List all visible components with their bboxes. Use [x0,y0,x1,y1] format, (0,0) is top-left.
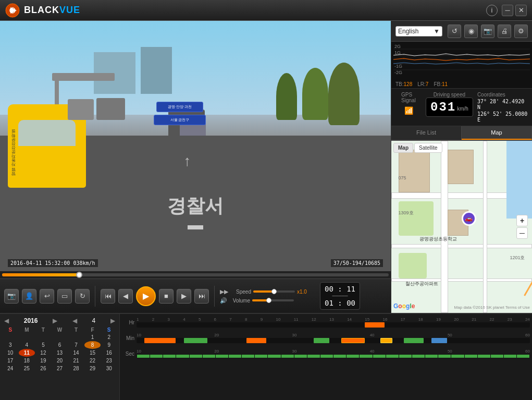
video-background: 경찰서 ↑ 방범 자동차운전전문학원 광명·안양·과천 서울 금천구 2016-… [0,21,391,271]
calendar-year: 2016 [24,317,38,324]
calendar-day[interactable]: 12 [35,349,52,357]
logo-area: BLACKVUE [5,3,80,18]
calendar-day[interactable]: 25 [19,365,35,372]
longitude-value: 126° 52' 25.0080 E [477,111,528,123]
video-timestamp: 2016-04-11 15:32:00 038km/h [8,259,98,267]
progress-thumb[interactable] [76,272,82,278]
close-button[interactable]: ✕ [515,5,527,16]
rotate-button[interactable]: ↻ [75,289,90,304]
prev-frame-button[interactable]: ◀ [118,289,133,304]
calendar-day[interactable]: 26 [35,365,52,372]
language-selector[interactable]: English ▼ [395,26,442,37]
dropdown-arrow: ▼ [434,28,440,35]
calendar-day[interactable]: 27 [52,365,68,372]
print-icon[interactable]: 🖨 [498,25,511,38]
progress-bar-container[interactable] [0,271,391,278]
min-bar[interactable] [137,338,530,343]
calendar-day[interactable]: 13 [52,349,68,357]
minimize-button[interactable]: ─ [502,5,513,16]
fb-label: FB:11 [434,81,448,87]
calendar-day[interactable]: 21 [68,357,84,365]
info-button[interactable]: i [486,5,498,16]
speed-slider[interactable] [253,290,295,293]
map-background: 🚗 광명광성초등학교 철산주공아파트 075 1309호 1201호 Map S… [391,141,532,313]
calendar-month: 4 [92,317,96,324]
bottom-panel: ◀ 2016 ▶ ◀ 4 ▶ S M T W T F S 12345678910… [0,313,532,400]
zoom-out-button[interactable]: ─ [516,227,528,239]
record-icon[interactable]: ◉ [464,25,478,38]
lr-label: LR:7 [417,81,428,87]
speed-value: x1.0 [297,289,313,295]
calendar-day[interactable]: 8 [84,341,101,349]
cal-prev-month[interactable]: ◀ [72,317,77,324]
calendar-day[interactable]: 11 [19,349,35,357]
snapshot-button[interactable]: 👤 [22,289,36,304]
settings-icon[interactable]: ⚙ [514,25,528,38]
sec-label: Sec [122,351,137,357]
cal-next-year[interactable]: ▶ [53,317,57,324]
graph-label-2g: 2G [394,44,401,49]
sub-tab-satellite[interactable]: Satellite [414,143,442,153]
cal-prev-year[interactable]: ◀ [4,317,9,324]
cal-next-month[interactable]: ▶ [110,317,115,324]
calendar-day[interactable]: 6 [52,341,68,349]
calendar-day[interactable]: 15 [84,349,101,357]
calendar-day[interactable]: 18 [19,357,35,365]
calendar-day[interactable]: 1 [84,333,101,341]
next-frame-button[interactable]: ▶ [177,289,191,304]
calendar-day[interactable]: 16 [101,349,117,357]
skip-back-button[interactable]: ⏮ [101,289,115,304]
sec-bar[interactable] [137,354,530,358]
cal-header-mon: M [19,326,35,333]
map-zoom-controls: + ─ [516,215,528,239]
calendar-day[interactable]: 30 [101,365,117,372]
controls-bar: 📷 👤 ↩ ▭ ↻ ⏮ ◀ ▶ ■ ▶ ⏭ ▶▶ Speed [0,278,391,313]
speed-unit: km/h [457,106,468,112]
calendar-day[interactable]: 20 [52,357,68,365]
volume-slider[interactable] [252,299,294,301]
stop-button[interactable]: ■ [159,289,174,304]
calendar-day[interactable]: 5 [35,341,52,349]
map-container[interactable]: 🚗 광명광성초등학교 철산주공아파트 075 1309호 1201호 Map S… [391,141,532,313]
progress-fill [2,273,79,276]
hr-label: Hr [122,320,137,325]
calendar-day[interactable]: 28 [68,365,84,372]
skip-forward-button[interactable]: ⏭ [194,289,209,304]
calendar-day[interactable]: 9 [101,341,117,349]
min-label: Min [122,335,137,341]
rewind-button[interactable]: ↩ [40,289,54,304]
calendar-day[interactable]: 14 [68,349,84,357]
sensor-stats: TB:128 LR:7 FB:11 [393,80,530,88]
calendar-day[interactable]: 10 [2,349,19,357]
tab-file-list[interactable]: File List [391,126,462,140]
display-mode-button[interactable]: ▭ [57,289,72,304]
calendar-day[interactable]: 22 [84,357,101,365]
wifi-icon: 📶 [404,106,413,115]
calendar-day[interactable]: 3 [2,341,19,349]
screenshot-icon[interactable]: 📷 [481,25,494,38]
map-location-marker: 🚗 [462,211,476,226]
zoom-in-button[interactable]: + [516,215,528,226]
calendar-day[interactable]: 23 [101,357,117,365]
play-button[interactable]: ▶ [136,286,156,306]
toolbar-icons: ↺ ◉ 📷 🖨 ⚙ [448,25,528,38]
calendar-day[interactable]: 29 [84,365,101,372]
volume-label: Volume [229,298,250,304]
camera-toggle-button[interactable]: 📷 [4,289,19,304]
calendar-section: ◀ 2016 ▶ ◀ 4 ▶ S M T W T F S 12345678910… [0,314,120,400]
calendar-day[interactable]: 2 [101,333,117,341]
progress-bar[interactable] [2,273,389,276]
calendar-day[interactable]: 4 [19,341,35,349]
refresh-icon[interactable]: ↺ [448,25,461,38]
timeline-min-row: Min 102030405060 [122,331,530,345]
tab-map[interactable]: Map [462,126,532,140]
video-frame: 경찰서 ↑ 방범 자동차운전전문학원 광명·안양·과천 서울 금천구 2016-… [0,21,391,313]
calendar-day[interactable]: 24 [2,365,19,372]
calendar-day[interactable]: 7 [68,341,84,349]
acceleration-graph [393,44,530,75]
hr-bar[interactable] [137,322,530,328]
sub-tab-map[interactable]: Map [393,143,413,153]
main-area: 경찰서 ↑ 방범 자동차운전전문학원 광명·안양·과천 서울 금천구 2016-… [0,21,532,313]
calendar-day[interactable]: 17 [2,357,19,365]
calendar-day[interactable]: 19 [35,357,52,365]
